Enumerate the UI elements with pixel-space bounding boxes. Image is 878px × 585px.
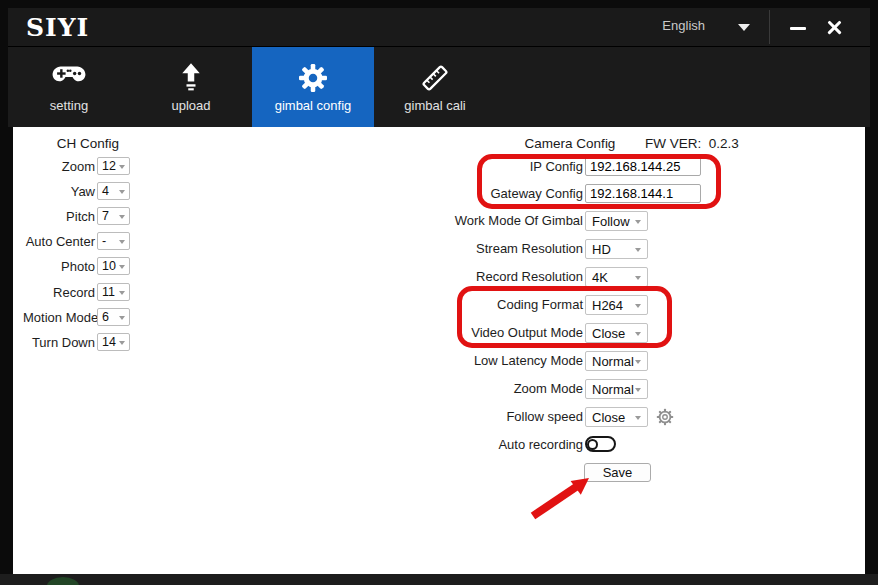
tab-label: upload bbox=[130, 98, 252, 113]
zoom-mode-dropdown[interactable]: Normal bbox=[585, 379, 648, 399]
upload-arrow-icon bbox=[130, 62, 252, 94]
video-output-mode-dropdown[interactable]: Close bbox=[585, 323, 648, 343]
language-selector[interactable]: English bbox=[662, 18, 705, 33]
titlebar-divider bbox=[769, 10, 770, 44]
content-panel: CH Config Camera Config FW VER: 0.2.3 Zo… bbox=[13, 127, 865, 574]
auto-recording-toggle[interactable] bbox=[585, 436, 616, 452]
record-resolution-row: Record Resolution 4K bbox=[13, 267, 733, 287]
chevron-down-icon bbox=[635, 276, 641, 280]
record-resolution-dropdown[interactable]: 4K bbox=[585, 267, 648, 287]
bottom-strip bbox=[0, 574, 878, 585]
low-latency-mode-dropdown[interactable]: Normal bbox=[585, 351, 648, 371]
zoom-mode-row: Zoom Mode Normal bbox=[13, 379, 733, 399]
coding-format-dropdown[interactable]: H264 bbox=[585, 295, 648, 315]
chevron-down-icon[interactable] bbox=[738, 24, 750, 31]
close-button[interactable] bbox=[820, 16, 848, 40]
minimize-button[interactable] bbox=[784, 16, 812, 40]
toggle-knob bbox=[587, 439, 598, 450]
tab-setting[interactable]: setting bbox=[8, 47, 130, 128]
chevron-down-icon bbox=[635, 332, 641, 336]
low-latency-mode-row: Low Latency Mode Normal bbox=[13, 351, 733, 371]
tab-label: gimbal cali bbox=[374, 98, 496, 113]
fw-version: FW VER: 0.2.3 bbox=[645, 136, 739, 151]
tab-label: setting bbox=[8, 98, 130, 113]
follow-speed-dropdown[interactable]: Close bbox=[585, 407, 648, 427]
tab-gimbal-cali[interactable]: gimbal cali bbox=[374, 47, 496, 128]
tab-label: gimbal config bbox=[252, 98, 374, 113]
gear-icon bbox=[252, 62, 374, 94]
ip-config-row: IP Config bbox=[13, 157, 733, 177]
chevron-down-icon bbox=[119, 316, 125, 320]
title-bar: SIYI English bbox=[8, 8, 870, 46]
chevron-down-icon bbox=[635, 220, 641, 224]
ch-config-title: CH Config bbox=[33, 136, 143, 151]
stream-resolution-row: Stream Resolution HD bbox=[13, 239, 733, 259]
auto-recording-row: Auto recording bbox=[13, 435, 733, 455]
gateway-config-input[interactable] bbox=[585, 184, 701, 203]
coding-format-row: Coding Format H264 bbox=[13, 295, 733, 315]
ip-config-input[interactable] bbox=[585, 157, 701, 176]
chevron-down-icon bbox=[635, 416, 641, 420]
tab-upload[interactable]: upload bbox=[130, 47, 252, 128]
chevron-down-icon bbox=[635, 388, 641, 392]
settings-gear-icon[interactable] bbox=[656, 408, 674, 426]
chevron-down-icon bbox=[635, 304, 641, 308]
app-window: SIYI English setting bbox=[0, 0, 878, 585]
gamepad-icon bbox=[8, 62, 130, 94]
chevron-down-icon bbox=[635, 248, 641, 252]
gateway-config-row: Gateway Config bbox=[13, 184, 733, 204]
stream-resolution-dropdown[interactable]: HD bbox=[585, 239, 648, 259]
chevron-down-icon bbox=[635, 360, 641, 364]
save-button[interactable]: Save bbox=[584, 463, 651, 482]
follow-speed-row: Follow speed Close bbox=[13, 407, 733, 427]
minimize-icon bbox=[790, 27, 806, 30]
camera-config-title: Camera Config bbox=[494, 136, 646, 151]
work-mode-dropdown[interactable]: Follow bbox=[585, 211, 648, 231]
video-output-mode-row: Video Output Mode Close bbox=[13, 323, 733, 343]
work-mode-row: Work Mode Of Gimbal Follow bbox=[13, 211, 733, 231]
ruler-icon bbox=[374, 62, 496, 94]
save-row: Save bbox=[13, 463, 733, 483]
tab-bar: setting upload bbox=[8, 46, 870, 127]
tab-gimbal-config[interactable]: gimbal config bbox=[252, 47, 374, 128]
siyi-logo: SIYI bbox=[26, 13, 89, 42]
